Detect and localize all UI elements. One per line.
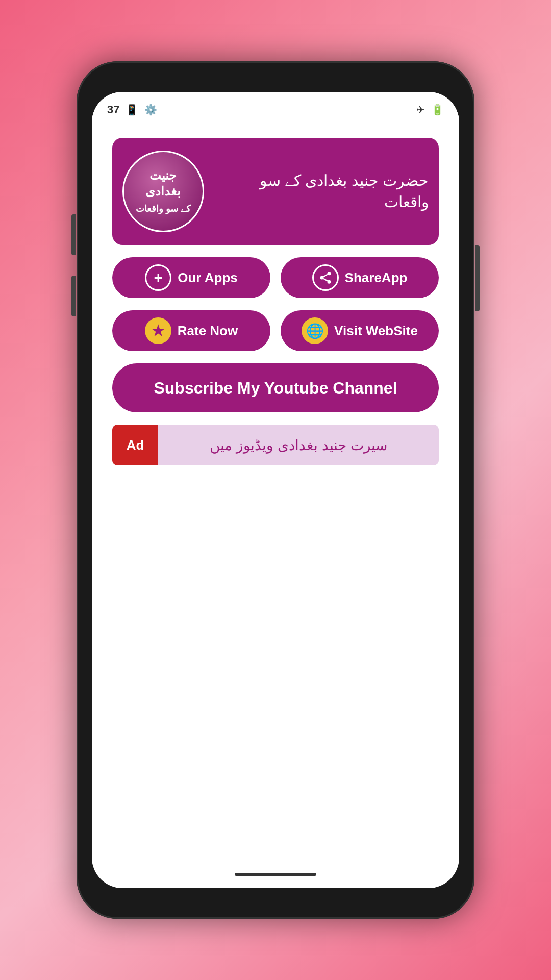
rate-now-label: Rate Now — [178, 323, 238, 339]
ad-content-text: سیرت جنید بغدادی ویڈیوز میں — [158, 425, 439, 465]
website-icon: 🌐 — [302, 317, 328, 344]
rate-now-button[interactable]: ★ Rate Now — [112, 310, 270, 351]
ad-label-badge: Ad — [112, 425, 158, 465]
settings-icon: ⚙️ — [144, 104, 157, 116]
share-app-button[interactable]: ShareApp — [281, 257, 439, 298]
phone-screen: 37 📱 ⚙️ ✈ 🔋 جنیتبغدادیکے سو واقعات حضرت … — [92, 92, 459, 888]
svg-line-4 — [323, 275, 328, 277]
status-time-area: 37 📱 ⚙️ — [107, 103, 157, 116]
volume-up-button[interactable] — [71, 214, 76, 255]
svg-point-2 — [327, 280, 331, 284]
screen-content: جنیتبغدادیکے سو واقعات حضرت جنید بغدادی … — [92, 128, 459, 476]
status-bar: 37 📱 ⚙️ ✈ 🔋 — [92, 92, 459, 128]
phone-frame: 37 📱 ⚙️ ✈ 🔋 جنیتبغدادیکے سو واقعات حضرت … — [77, 61, 474, 919]
volume-down-button[interactable] — [71, 276, 76, 316]
header-banner: جنیتبغدادیکے سو واقعات حضرت جنید بغدادی … — [112, 138, 439, 245]
svg-point-1 — [320, 276, 323, 280]
buttons-row-1: + Our Apps ShareApp — [112, 257, 439, 298]
visit-website-label: Visit WebSite — [334, 323, 418, 339]
battery-icon: 🔋 — [431, 104, 444, 116]
share-icon — [312, 264, 339, 291]
plus-icon: + — [145, 264, 171, 291]
status-icons-area: ✈ 🔋 — [416, 104, 444, 116]
home-indicator[interactable] — [235, 873, 316, 876]
ad-label-text: Ad — [127, 437, 144, 453]
app-logo: جنیتبغدادیکے سو واقعات — [122, 151, 204, 232]
svg-point-0 — [327, 272, 331, 275]
ad-banner[interactable]: Ad سیرت جنید بغدادی ویڈیوز میں — [112, 425, 439, 465]
our-apps-label: Our Apps — [178, 270, 237, 286]
header-title-urdu: حضرت جنید بغدادی کے سو واقعات — [214, 170, 429, 213]
subscribe-label: Subscribe My Youtube Channel — [154, 379, 397, 397]
airplane-icon: ✈ — [416, 104, 425, 116]
sim-icon: 📱 — [126, 104, 138, 116]
time-display: 37 — [107, 103, 119, 116]
logo-urdu-text: جنیتبغدادیکے سو واقعات — [136, 167, 191, 215]
subscribe-button[interactable]: Subscribe My Youtube Channel — [112, 363, 439, 412]
ad-urdu-text: سیرت جنید بغدادی ویڈیوز میں — [210, 437, 387, 454]
star-icon: ★ — [145, 317, 171, 344]
buttons-row-2: ★ Rate Now 🌐 Visit WebSite — [112, 310, 439, 351]
svg-line-3 — [323, 279, 328, 281]
visit-website-button[interactable]: 🌐 Visit WebSite — [281, 310, 439, 351]
our-apps-button[interactable]: + Our Apps — [112, 257, 270, 298]
power-button[interactable] — [475, 245, 480, 311]
share-app-label: ShareApp — [345, 270, 408, 286]
